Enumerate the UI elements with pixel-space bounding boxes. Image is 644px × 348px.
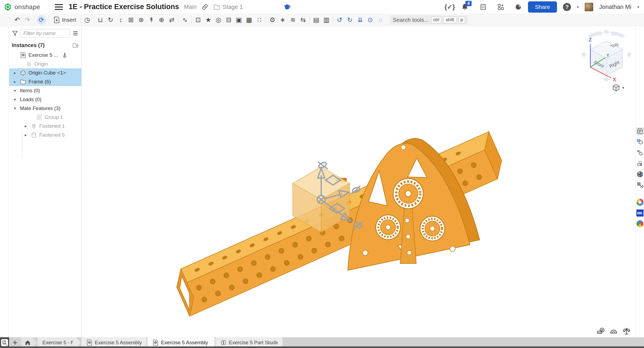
gear-relation-icon[interactable]: ⚙ — [268, 15, 277, 25]
color-ring-app-icon[interactable] — [636, 198, 644, 206]
axis-y-label: Y — [606, 53, 609, 58]
pinwheel-app-icon[interactable] — [636, 171, 644, 178]
separator[interactable] — [48, 15, 50, 25]
view-options-button[interactable]: ▾ — [612, 84, 624, 92]
notifications-bell-icon[interactable]: 4 — [461, 3, 469, 11]
graphics-viewport[interactable]: Top Front Right Z X Y ▾ — [82, 26, 635, 337]
model-canvas[interactable] — [161, 113, 510, 325]
document-panel-icon[interactable] — [636, 127, 644, 135]
separator[interactable] — [332, 15, 334, 25]
tree-row-origin[interactable]: Origin — [9, 59, 81, 68]
document-title: 1E - Practice Exercise Solutions — [69, 3, 179, 11]
view-cube[interactable]: Top Front Right Z X Y — [580, 27, 633, 84]
separator[interactable] — [177, 15, 180, 25]
tangent-mate-icon[interactable]: ∿ — [180, 15, 190, 25]
group-icon[interactable]: ⊡ — [193, 15, 203, 25]
help-caret-icon[interactable]: ▾ — [577, 5, 579, 9]
viewcube-arrow-right — [627, 52, 632, 58]
custom-feature-icon[interactable] — [636, 181, 644, 189]
bom-icon[interactable]: ▤ — [312, 15, 321, 25]
standard-content-icon[interactable]: ⊟ — [224, 15, 234, 25]
user-menu-caret-icon[interactable]: ▾ — [637, 5, 639, 9]
insert-button[interactable]: Insert — [50, 15, 79, 25]
sketch-tool-icon[interactable] — [636, 160, 644, 167]
follow-checklist-icon[interactable] — [1, 86, 8, 93]
separator[interactable] — [33, 15, 35, 25]
animate-icon[interactable]: ↺ — [335, 15, 345, 25]
rack-pinion-relation-icon[interactable]: ∗ — [278, 15, 288, 25]
tree-section-loads[interactable]: ▾ Loads (0) — [9, 95, 81, 104]
history-icon[interactable] — [1, 72, 8, 79]
filter-input[interactable]: Filter by name — [20, 29, 70, 38]
redo-icon[interactable]: ↷ — [23, 15, 32, 25]
tree-row-fastened-1[interactable]: ▸ Fastened 1 — [9, 122, 81, 130]
slider-mate-icon[interactable]: ↕ — [116, 15, 126, 25]
tree-section-items[interactable]: ▾ Items (0) — [9, 86, 81, 95]
mass-properties-icon[interactable] — [623, 327, 631, 335]
tape-measure-icon[interactable] — [597, 327, 605, 335]
link-icon[interactable] — [201, 3, 208, 10]
stage-name[interactable]: Stage 1 — [222, 3, 243, 10]
parallel-mate-icon[interactable]: ⇄ — [167, 15, 177, 25]
fastened-mate-icon[interactable]: ⊔ — [96, 15, 105, 25]
replicate-icon[interactable]: ▣ — [234, 15, 244, 25]
configurations-icon[interactable] — [636, 138, 644, 146]
planar-mate-icon[interactable]: ⊞ — [126, 15, 136, 25]
ball-mate-icon[interactable]: ⊕ — [157, 15, 167, 25]
list-view-icon[interactable] — [72, 30, 79, 37]
screw-relation-icon[interactable]: ≋ — [288, 15, 298, 25]
search-tools-input[interactable]: Search tools... ctrl shift p — [390, 15, 468, 24]
share-button[interactable]: Share — [528, 1, 557, 13]
orbit-icon[interactable]: ↻ — [345, 15, 355, 25]
filter-funnel-icon[interactable] — [12, 30, 18, 37]
tasks-icon[interactable] — [480, 3, 487, 10]
tree-row-fastened-5[interactable]: ▸ Fastened 5 — [9, 130, 81, 139]
pattern-icon[interactable]: ▦ — [244, 15, 254, 25]
workspace-name[interactable]: Main — [184, 3, 197, 10]
help-icon[interactable]: ? — [563, 3, 571, 11]
user-avatar[interactable] — [585, 3, 593, 11]
separator[interactable] — [93, 15, 95, 25]
analysis-icon[interactable]: ▥ — [322, 15, 331, 25]
revolute-mate-icon[interactable]: ↻ — [106, 15, 115, 25]
mate-connector-icon[interactable]: ◎ — [214, 15, 223, 25]
tree-section-mate-features[interactable]: ▾ Mate Features (3) — [9, 104, 81, 113]
appearance-part-icon[interactable] — [636, 149, 644, 157]
viewcube-arrow-down — [603, 77, 610, 82]
tree-row-origin-cube[interactable]: ▸ Origin Cube <1> — [9, 68, 81, 77]
drop-parts-icon[interactable]: ◌ — [376, 15, 385, 25]
undo-icon[interactable]: ↶ — [12, 15, 22, 25]
mate-tool-icon[interactable]: ◷ — [82, 15, 92, 25]
color-pie-app-icon[interactable] — [636, 220, 644, 228]
app-store-icon[interactable] — [497, 3, 504, 10]
protractor-icon[interactable] — [610, 327, 618, 335]
linear-relation-icon[interactable]: ⇆ — [298, 15, 308, 25]
update-icon[interactable]: ⟳ — [37, 15, 46, 24]
explode-motion-icon[interactable]: ⊙ — [366, 15, 375, 25]
featurescript-icon[interactable]: {✓} — [444, 3, 455, 11]
cylindrical-mate-icon[interactable]: ⊛ — [136, 15, 146, 25]
learning-center-icon[interactable] — [283, 3, 291, 11]
tree-row-assembly-root[interactable]: Exercise 5 ... — [9, 51, 81, 59]
main-menu-icon[interactable] — [55, 4, 63, 10]
pin-slot-mate-icon[interactable]: ↟ — [147, 15, 156, 25]
onshape-logo[interactable]: onshape — [0, 3, 40, 11]
feature-manager-icon[interactable] — [1, 30, 8, 37]
mk-app-icon[interactable]: MK — [636, 209, 644, 217]
user-name[interactable]: Jonathan Mi — [599, 3, 631, 10]
separator[interactable] — [309, 15, 311, 25]
tree-row-group-1[interactable]: Group 1 — [9, 113, 81, 122]
settle-icon[interactable]: ⇊ — [355, 15, 365, 25]
onshape-wordmark: onshape — [15, 3, 40, 11]
named-positions-icon[interactable]: ★ — [204, 15, 213, 25]
separator[interactable] — [79, 15, 82, 25]
comments-icon[interactable] — [1, 58, 8, 65]
learning-profile-icon[interactable] — [515, 3, 522, 10]
versions-icon[interactable] — [1, 44, 8, 51]
exploded-view-icon[interactable]: ∷ — [255, 15, 264, 25]
search-tabs-button[interactable] — [1, 339, 8, 346]
separator[interactable] — [265, 15, 267, 25]
add-folder-icon[interactable] — [72, 42, 79, 48]
separator[interactable] — [190, 15, 193, 25]
tree-row-frame[interactable]: ▸ Frame (6) — [9, 77, 81, 86]
